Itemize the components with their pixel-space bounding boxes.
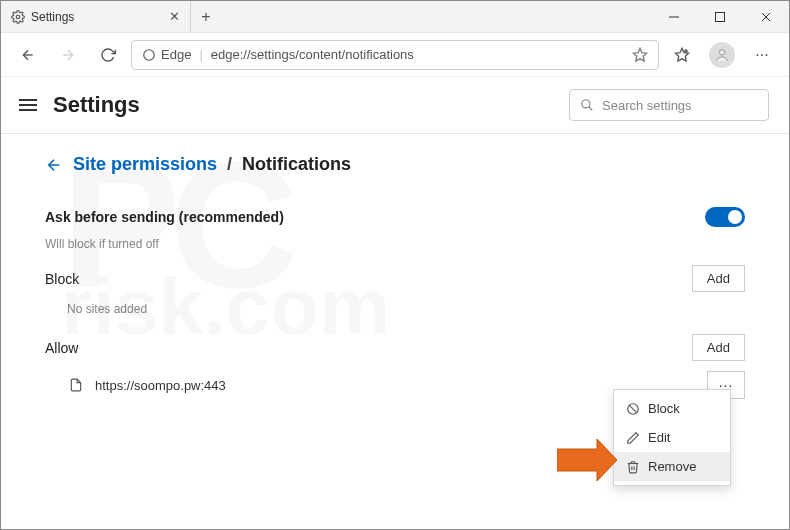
trash-icon <box>626 460 640 474</box>
edge-brand: Edge <box>142 47 191 62</box>
breadcrumb-back-icon[interactable] <box>45 156 63 174</box>
minimize-button[interactable] <box>651 1 697 32</box>
window-close-button[interactable] <box>743 1 789 32</box>
favorite-icon[interactable] <box>632 47 648 63</box>
menu-remove[interactable]: Remove <box>614 452 730 481</box>
hamburger-icon[interactable] <box>15 92 41 118</box>
ask-label: Ask before sending (recommended) <box>45 209 284 225</box>
browser-tab[interactable]: Settings ✕ <box>1 1 191 32</box>
search-placeholder: Search settings <box>602 98 692 113</box>
gear-icon <box>11 10 25 24</box>
ask-row: Ask before sending (recommended) <box>45 199 745 235</box>
breadcrumb-current: Notifications <box>242 154 351 175</box>
svg-point-0 <box>16 15 20 19</box>
toolbar: Edge | edge://settings/content/notificat… <box>1 33 789 77</box>
search-icon <box>580 98 594 112</box>
pencil-icon <box>626 431 640 445</box>
svg-marker-7 <box>675 48 688 61</box>
maximize-button[interactable] <box>697 1 743 32</box>
svg-marker-18 <box>557 439 617 481</box>
file-icon <box>67 376 85 394</box>
page-header: Settings Search settings <box>1 77 789 133</box>
block-label: Block <box>45 271 79 287</box>
menu-remove-label: Remove <box>648 459 696 474</box>
url-text: edge://settings/content/notifications <box>211 47 414 62</box>
favorites-button[interactable] <box>665 38 699 72</box>
menu-edit-label: Edit <box>648 430 670 445</box>
svg-point-10 <box>719 49 724 54</box>
block-add-button[interactable]: Add <box>692 265 745 292</box>
page-title: Settings <box>53 92 140 118</box>
pointer-arrow <box>557 439 617 481</box>
refresh-button[interactable] <box>91 38 125 72</box>
breadcrumb: Site permissions / Notifications <box>45 154 745 175</box>
divider <box>1 133 789 134</box>
svg-line-17 <box>629 404 637 412</box>
search-input[interactable]: Search settings <box>569 89 769 121</box>
ask-toggle[interactable] <box>705 207 745 227</box>
close-icon[interactable]: ✕ <box>169 9 180 24</box>
site-url: https://soompo.pw:443 <box>95 378 226 393</box>
menu-button[interactable]: ··· <box>745 38 779 72</box>
back-button[interactable] <box>11 38 45 72</box>
allow-add-button[interactable]: Add <box>692 334 745 361</box>
allow-label: Allow <box>45 340 78 356</box>
address-bar[interactable]: Edge | edge://settings/content/notificat… <box>131 40 659 70</box>
svg-point-14 <box>582 100 590 108</box>
profile-button[interactable] <box>709 42 735 68</box>
svg-rect-2 <box>716 12 725 21</box>
breadcrumb-parent[interactable]: Site permissions <box>73 154 217 175</box>
tab-title: Settings <box>31 10 163 24</box>
svg-line-15 <box>589 107 593 111</box>
menu-block-label: Block <box>648 401 680 416</box>
menu-block[interactable]: Block <box>614 394 730 423</box>
block-empty: No sites added <box>45 292 745 328</box>
new-tab-button[interactable]: + <box>191 1 221 32</box>
block-icon <box>626 402 640 416</box>
forward-button <box>51 38 85 72</box>
svg-point-5 <box>144 49 155 60</box>
ask-sub: Will block if turned off <box>45 237 745 251</box>
menu-edit[interactable]: Edit <box>614 423 730 452</box>
titlebar: Settings ✕ + <box>1 1 789 33</box>
svg-marker-6 <box>633 48 646 61</box>
brand-label: Edge <box>161 47 191 62</box>
breadcrumb-sep: / <box>227 154 232 175</box>
context-menu: Block Edit Remove <box>613 389 731 486</box>
addr-divider: | <box>199 47 202 62</box>
